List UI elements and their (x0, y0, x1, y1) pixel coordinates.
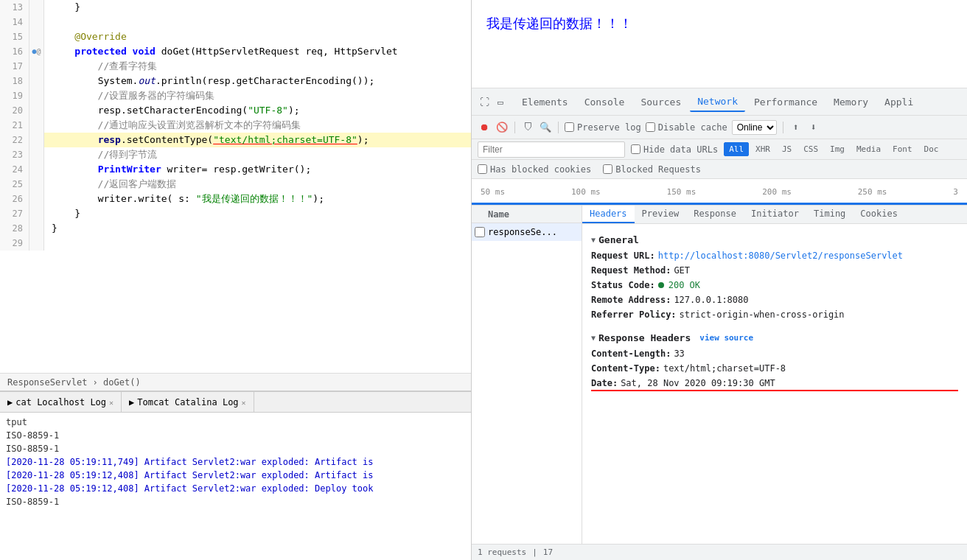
hide-data-urls-checkbox[interactable] (631, 144, 640, 154)
network-row-checkbox[interactable] (475, 227, 485, 237)
content-type-row: Content-Type: text/html;charset=UTF-8 (591, 361, 958, 376)
blocked-requests-text: Blocked Requests (615, 164, 701, 175)
code-line-13: 13 } (0, 0, 471, 15)
request-url-label: Request URL: (591, 251, 655, 261)
disable-cache-checkbox[interactable] (646, 122, 655, 132)
code-line-17: 17 //查看字符集 (0, 59, 471, 74)
remote-address-label: Remote Address: (591, 295, 671, 305)
filter-tab-font[interactable]: Font (887, 142, 918, 156)
device-icon[interactable]: ▭ (494, 95, 507, 108)
line-number: 19 (0, 88, 29, 103)
status-separator: | (532, 547, 537, 557)
blocked-requests-label[interactable]: Blocked Requests (603, 164, 701, 175)
method-doGet: doGet (161, 46, 190, 57)
details-tab-timing[interactable]: Timing (806, 206, 853, 223)
string-val: "text/html;charset=UTF-8" (213, 134, 357, 145)
line-gutter (29, 15, 44, 29)
preserve-log-label[interactable]: Preserve log (565, 122, 641, 133)
filter-tab-css[interactable]: CSS (798, 142, 823, 156)
comment-line-19: //设置服务器的字符编码集 (52, 90, 214, 101)
network-row-response[interactable]: responseSe... (472, 223, 582, 241)
kw-printwriter: PrintWriter (98, 164, 161, 175)
line-number: 21 (0, 118, 29, 133)
tab-catalina-log[interactable]: ▶ Tomcat Catalina Log ✕ (122, 392, 254, 413)
preserve-log-text: Preserve log (577, 122, 641, 133)
filter-tab-js[interactable]: JS (777, 142, 797, 156)
filter-icon[interactable]: ⛉ (521, 121, 534, 134)
details-tab-preview[interactable]: Preview (635, 206, 687, 223)
line-content: } (44, 0, 471, 15)
details-tab-cookies[interactable]: Cookies (853, 206, 905, 223)
bottom-panel: ▶ cat Localhost Log ✕ ▶ Tomcat Catalina … (0, 391, 471, 560)
code-line-27: 27 } (0, 206, 471, 221)
tab-elements[interactable]: Elements (514, 91, 576, 112)
details-tab-response[interactable]: Response (686, 206, 744, 223)
comment-line-25: //返回客户端数据 (52, 178, 176, 189)
line-content: writer.write( s: "我是传递回的数据！！！"); (44, 192, 471, 206)
blocked-cookies-label[interactable]: Has blocked cookies (478, 164, 591, 175)
devtools-header: ⛶ ▭ Elements Console Sources Network Per… (472, 88, 967, 116)
search-icon[interactable]: 🔍 (539, 121, 552, 134)
browser-preview: 我是传递回的数据！！！ (472, 0, 967, 88)
response-headers-section-header[interactable]: Response Headers view source (591, 328, 958, 346)
line-number: 14 (0, 15, 29, 29)
content-type-val: text/html;charset=UTF-8 (663, 363, 786, 374)
line-content: //得到字节流 (44, 147, 471, 162)
filter-tab-doc[interactable]: Doc (919, 142, 944, 156)
hide-data-urls-label[interactable]: Hide data URLs (631, 144, 718, 155)
tab-localhost-log[interactable]: ▶ cat Localhost Log ✕ (0, 392, 122, 413)
status-code-row: Status Code: 200 OK (591, 278, 958, 293)
line-number: 23 (0, 147, 29, 162)
tab-appli[interactable]: Appli (877, 91, 921, 112)
toolbar-separator-1 (514, 122, 515, 133)
code-line-14: 14 (0, 15, 471, 29)
record-button[interactable]: ⏺ (478, 121, 491, 134)
tab-sources[interactable]: Sources (633, 91, 688, 112)
export-icon[interactable]: ⬇ (807, 121, 820, 134)
view-source-link[interactable]: view source (699, 333, 753, 343)
filter-tab-img[interactable]: Img (825, 142, 850, 156)
tab-localhost-close[interactable]: ✕ (109, 399, 114, 407)
disable-cache-label[interactable]: Disable cache (646, 122, 727, 133)
blocked-requests-checkbox[interactable] (603, 164, 612, 174)
details-tab-initiator[interactable]: Initiator (744, 206, 806, 223)
devtools-tab-icons: ⛶ ▭ (478, 95, 507, 108)
tab-sources-label: Sources (640, 97, 681, 108)
general-section-header[interactable]: General (591, 230, 958, 248)
line-number: 25 (0, 177, 29, 192)
line-gutter (29, 88, 44, 103)
filter-tab-all[interactable]: All (724, 142, 749, 156)
breadcrumb-text: ResponseServlet › doGet() (7, 377, 141, 388)
network-file-list: Name responseSe... (472, 206, 582, 544)
line-gutter (29, 162, 44, 177)
code-line-26: 26 writer.write( s: "我是传递回的数据！！！"); (0, 192, 471, 206)
tab-catalina-close[interactable]: ✕ (242, 399, 246, 407)
line-content: //查看字符集 (44, 59, 471, 74)
stop-button[interactable]: 🚫 (495, 121, 509, 134)
line-content: System.out.println(resp.getCharacterEnco… (44, 74, 471, 88)
tab-memory[interactable]: Memory (826, 91, 876, 112)
write-method: write (138, 193, 167, 204)
code-line-18: 18 System.out.println(resp.getCharacterE… (0, 74, 471, 88)
throttle-select[interactable]: Online (732, 120, 777, 135)
blocked-cookies-checkbox[interactable] (478, 164, 487, 174)
inspect-icon[interactable]: ⛶ (478, 95, 491, 108)
tab-performance[interactable]: Performance (747, 91, 825, 112)
blocked-bar: Has blocked cookies Blocked Requests (472, 160, 967, 179)
tab-console[interactable]: Console (577, 91, 632, 112)
tab-catalina-log-label: Tomcat Catalina Log (137, 397, 238, 407)
line-gutter (29, 29, 44, 44)
preserve-log-checkbox[interactable] (565, 122, 574, 132)
filter-tab-media[interactable]: Media (851, 142, 886, 156)
filter-input[interactable] (478, 141, 625, 158)
line-content (44, 236, 471, 251)
filter-tab-xhr[interactable]: XHR (750, 142, 775, 156)
devtools-panel: 我是传递回的数据！！！ ⛶ ▭ Elements Console Sources (472, 0, 967, 560)
comment-line-21: //通过响应头设置浏览器解析文本的字符编码集 (52, 119, 301, 130)
log-line: ISO-8859-1 (6, 495, 465, 508)
request-url-row: Request URL: http://localhost:8080/Servl… (591, 248, 958, 263)
import-icon[interactable]: ⬆ (789, 121, 803, 134)
tab-network[interactable]: Network (690, 91, 745, 112)
details-tab-headers[interactable]: Headers (582, 206, 635, 223)
network-table: Name responseSe... HeadersPreviewRespons… (472, 206, 967, 544)
